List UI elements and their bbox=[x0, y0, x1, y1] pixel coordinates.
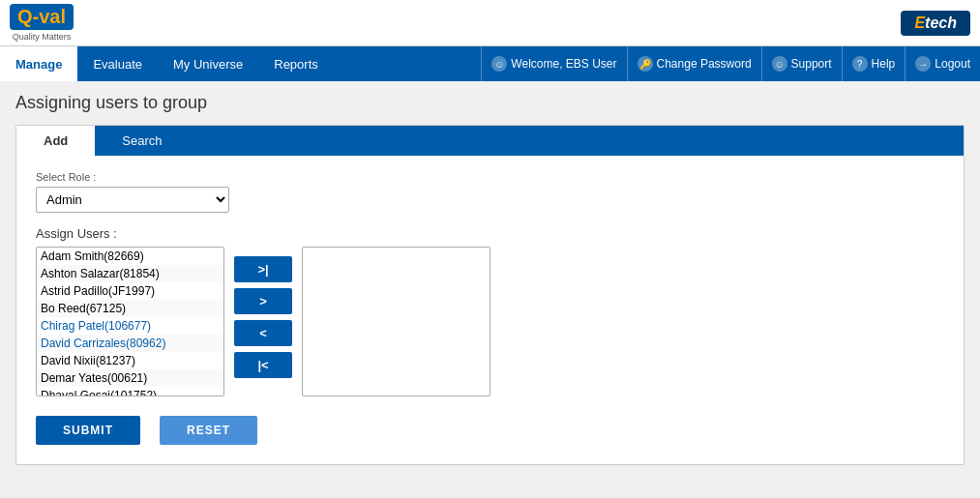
reset-button[interactable]: RESET bbox=[160, 416, 257, 445]
nav-support[interactable]: ☺ Support bbox=[761, 46, 842, 81]
main-card: Add Search Select Role : AdminAgentSuper… bbox=[15, 125, 965, 465]
nav-logout[interactable]: → Logout bbox=[905, 46, 980, 81]
assign-users-label: Assign Users : bbox=[36, 226, 944, 241]
move-right-button[interactable]: > bbox=[234, 288, 292, 314]
submit-button[interactable]: SUBMIT bbox=[36, 416, 140, 445]
action-buttons: SUBMIT RESET bbox=[36, 416, 944, 445]
role-group: Select Role : AdminAgentSupervisorManage… bbox=[36, 171, 944, 213]
move-left-button[interactable]: < bbox=[234, 320, 292, 346]
nav-item-manage[interactable]: Manage bbox=[0, 46, 77, 81]
move-all-right-button[interactable]: >| bbox=[234, 256, 292, 282]
role-label: Select Role : bbox=[36, 171, 944, 183]
nav-item-reports[interactable]: Reports bbox=[258, 46, 334, 81]
role-select[interactable]: AdminAgentSupervisorManager bbox=[36, 187, 229, 213]
assigned-users-list[interactable] bbox=[302, 247, 490, 396]
tab-add[interactable]: Add bbox=[16, 126, 95, 156]
tab-search[interactable]: Search bbox=[95, 126, 189, 156]
quality-matters-text: Quality Matters bbox=[13, 32, 72, 42]
arrow-buttons-group: >| > < |< bbox=[234, 247, 292, 378]
page-title: Assigning users to group bbox=[15, 93, 965, 113]
logout-icon: → bbox=[915, 56, 931, 72]
nav-welcome: ☺ Welcome, EBS User bbox=[481, 46, 626, 81]
nav-help[interactable]: ? Help bbox=[842, 46, 906, 81]
lists-row: Adam Smith(82669)Ashton Salazar(81854)As… bbox=[36, 247, 944, 396]
navbar: Manage Evaluate My Universe Reports ☺ We… bbox=[0, 46, 980, 81]
header: Q-val Quality Matters Etech bbox=[0, 0, 980, 46]
tabs-bar: Add Search bbox=[16, 126, 964, 156]
users-list[interactable]: Adam Smith(82669)Ashton Salazar(81854)As… bbox=[36, 247, 224, 396]
user-icon: ☺ bbox=[491, 56, 507, 72]
nav-right: ☺ Welcome, EBS User 🔑 Change Password ☺ … bbox=[481, 46, 980, 81]
logo-area: Q-val Quality Matters bbox=[10, 4, 74, 42]
nav-change-password[interactable]: 🔑 Change Password bbox=[627, 46, 761, 81]
etech-logo: Etech bbox=[901, 11, 970, 36]
card-body: Select Role : AdminAgentSupervisorManage… bbox=[16, 156, 964, 464]
qval-logo: Q-val bbox=[10, 4, 74, 30]
nav-item-evaluate[interactable]: Evaluate bbox=[77, 46, 158, 81]
key-icon: 🔑 bbox=[638, 56, 653, 72]
move-all-left-button[interactable]: |< bbox=[234, 352, 292, 378]
page-content: Assigning users to group Add Search Sele… bbox=[0, 81, 980, 477]
support-icon: ☺ bbox=[772, 56, 787, 72]
nav-item-myuniverse[interactable]: My Universe bbox=[158, 46, 258, 81]
nav-left: Manage Evaluate My Universe Reports bbox=[0, 46, 334, 81]
help-icon: ? bbox=[852, 56, 868, 72]
